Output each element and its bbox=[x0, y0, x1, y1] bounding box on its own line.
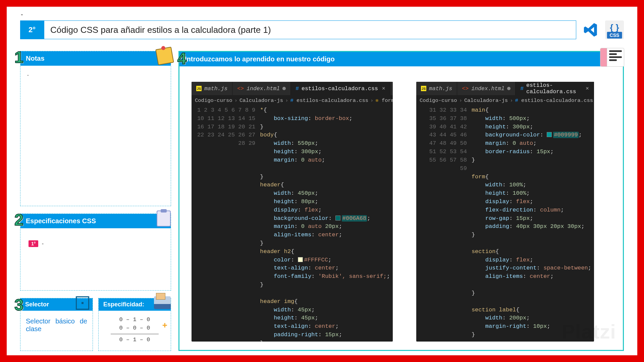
css-file-icon: { } CSS bbox=[605, 20, 624, 39]
notes-header: Notas bbox=[20, 51, 171, 66]
css-spec-body: 1° - bbox=[20, 228, 171, 259]
html-icon: <> bbox=[462, 85, 469, 92]
plus-icon: + bbox=[162, 319, 167, 333]
section-number-1: 1 bbox=[14, 48, 23, 66]
js-icon: JS bbox=[196, 86, 202, 91]
top-bar: 2° Código CSS para añadir estilos a la c… bbox=[20, 20, 624, 39]
specificity-body: 0 – 1 – 0 0 – 0 – 0 0 – 1 – 0 + bbox=[99, 311, 171, 346]
scale-icon bbox=[154, 296, 170, 312]
code-header: Introduzcamos lo aprendido en nuestro có… bbox=[179, 52, 623, 66]
code-editor-icon bbox=[600, 48, 624, 67]
code-editor-right: JSmath.js<>index.html#estilos-calculador… bbox=[416, 82, 594, 342]
editor-breadcrumb[interactable]: Codigo-curso›Calculadora-js›# estilos-ca… bbox=[192, 95, 393, 106]
editor-tab-css[interactable]: #estilos-calculadora.css× bbox=[516, 82, 594, 95]
css-icon: # bbox=[520, 85, 524, 92]
editor-breadcrumb[interactable]: Codigo-curso›Calculadora-js›# estilos-ca… bbox=[416, 95, 594, 106]
target-icon bbox=[76, 296, 92, 312]
degree-badge: 2° bbox=[20, 20, 44, 39]
section-number-4: 4 bbox=[177, 49, 186, 68]
editor-tab-html[interactable]: <>index.html bbox=[232, 82, 291, 95]
section-number-2: 2 bbox=[14, 210, 23, 229]
editor-tab-css[interactable]: #estilos-calculadora.css× bbox=[291, 82, 390, 95]
selector-panel: 3 Selector Selector básico de clase bbox=[20, 298, 93, 351]
css-icon: # bbox=[296, 85, 299, 92]
sticky-note-icon bbox=[157, 48, 173, 64]
code-panel: 4 Introduzcamos lo aprendido en nuestro … bbox=[178, 51, 624, 351]
editor-tab-html[interactable]: <>index.html bbox=[457, 82, 516, 95]
code-body[interactable]: main{ width: 500px; height: 300px; backg… bbox=[472, 106, 594, 342]
notes-panel: 1 Notas - bbox=[20, 51, 171, 206]
clipboard-icon bbox=[157, 210, 173, 227]
close-tab-icon[interactable]: × bbox=[586, 85, 589, 92]
spec-order-badge: 1° bbox=[29, 240, 38, 247]
code-editor-left: JSmath.js<>index.html#estilos-calculador… bbox=[192, 82, 393, 342]
editor-tab-js[interactable]: JSmath.js bbox=[192, 82, 232, 95]
css-spec-panel: 2 Especificaciones CSS 1° - bbox=[20, 214, 171, 291]
unsaved-dot-icon bbox=[282, 87, 286, 90]
close-tab-icon[interactable]: × bbox=[382, 85, 385, 92]
js-icon: JS bbox=[421, 86, 426, 91]
specificity-panel: Especificidad: 0 – 1 – 0 0 – 0 – 0 0 – 1… bbox=[98, 298, 171, 351]
code-body[interactable]: *{ box-sizing: border-box; } body{ width… bbox=[260, 106, 393, 342]
selector-body: Selector básico de clase bbox=[20, 311, 93, 336]
section-number-3: 3 bbox=[14, 296, 23, 314]
dash-top: - bbox=[21, 11, 624, 18]
vscode-icon bbox=[582, 21, 599, 38]
page-title: Código CSS para añadir estilos a la calc… bbox=[44, 20, 576, 39]
css-spec-header: Especificaciones CSS bbox=[20, 214, 171, 228]
html-icon: <> bbox=[237, 85, 244, 92]
editor-tab-js[interactable]: JSmath.js bbox=[416, 82, 457, 95]
unsaved-dot-icon bbox=[507, 87, 511, 90]
notes-body: - bbox=[20, 66, 171, 84]
